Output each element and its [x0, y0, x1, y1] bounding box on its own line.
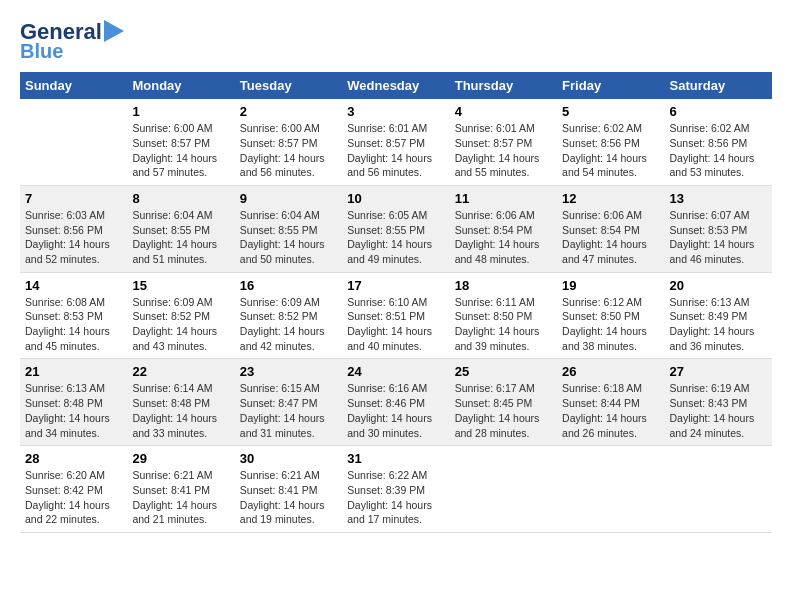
calendar-cell: [450, 446, 557, 533]
day-info: Sunrise: 6:04 AMSunset: 8:55 PMDaylight:…: [132, 208, 229, 267]
day-info: Sunrise: 6:05 AMSunset: 8:55 PMDaylight:…: [347, 208, 444, 267]
day-number: 20: [670, 278, 767, 293]
calendar-week-row: 1Sunrise: 6:00 AMSunset: 8:57 PMDaylight…: [20, 99, 772, 185]
weekday-header-tuesday: Tuesday: [235, 72, 342, 99]
day-info: Sunrise: 6:16 AMSunset: 8:46 PMDaylight:…: [347, 381, 444, 440]
day-number: 3: [347, 104, 444, 119]
day-number: 24: [347, 364, 444, 379]
day-info: Sunrise: 6:21 AMSunset: 8:41 PMDaylight:…: [132, 468, 229, 527]
day-info: Sunrise: 6:00 AMSunset: 8:57 PMDaylight:…: [132, 121, 229, 180]
calendar-cell: 11Sunrise: 6:06 AMSunset: 8:54 PMDayligh…: [450, 185, 557, 272]
calendar-cell: 26Sunrise: 6:18 AMSunset: 8:44 PMDayligh…: [557, 359, 664, 446]
day-number: 25: [455, 364, 552, 379]
calendar-cell: 7Sunrise: 6:03 AMSunset: 8:56 PMDaylight…: [20, 185, 127, 272]
day-info: Sunrise: 6:14 AMSunset: 8:48 PMDaylight:…: [132, 381, 229, 440]
day-number: 28: [25, 451, 122, 466]
day-info: Sunrise: 6:02 AMSunset: 8:56 PMDaylight:…: [562, 121, 659, 180]
day-number: 29: [132, 451, 229, 466]
calendar-cell: 2Sunrise: 6:00 AMSunset: 8:57 PMDaylight…: [235, 99, 342, 185]
day-number: 15: [132, 278, 229, 293]
calendar-week-row: 7Sunrise: 6:03 AMSunset: 8:56 PMDaylight…: [20, 185, 772, 272]
day-number: 19: [562, 278, 659, 293]
day-number: 1: [132, 104, 229, 119]
calendar-week-row: 21Sunrise: 6:13 AMSunset: 8:48 PMDayligh…: [20, 359, 772, 446]
calendar-cell: 17Sunrise: 6:10 AMSunset: 8:51 PMDayligh…: [342, 272, 449, 359]
page-header: General Blue: [20, 20, 772, 62]
weekday-header-thursday: Thursday: [450, 72, 557, 99]
day-info: Sunrise: 6:12 AMSunset: 8:50 PMDaylight:…: [562, 295, 659, 354]
calendar-cell: 12Sunrise: 6:06 AMSunset: 8:54 PMDayligh…: [557, 185, 664, 272]
day-number: 14: [25, 278, 122, 293]
calendar-cell: 24Sunrise: 6:16 AMSunset: 8:46 PMDayligh…: [342, 359, 449, 446]
day-info: Sunrise: 6:06 AMSunset: 8:54 PMDaylight:…: [455, 208, 552, 267]
calendar-cell: 15Sunrise: 6:09 AMSunset: 8:52 PMDayligh…: [127, 272, 234, 359]
calendar-cell: 13Sunrise: 6:07 AMSunset: 8:53 PMDayligh…: [665, 185, 772, 272]
day-number: 18: [455, 278, 552, 293]
calendar-cell: 1Sunrise: 6:00 AMSunset: 8:57 PMDaylight…: [127, 99, 234, 185]
day-number: 30: [240, 451, 337, 466]
day-number: 27: [670, 364, 767, 379]
day-number: 26: [562, 364, 659, 379]
day-number: 13: [670, 191, 767, 206]
weekday-header-saturday: Saturday: [665, 72, 772, 99]
calendar-cell: 10Sunrise: 6:05 AMSunset: 8:55 PMDayligh…: [342, 185, 449, 272]
day-number: 23: [240, 364, 337, 379]
day-info: Sunrise: 6:13 AMSunset: 8:48 PMDaylight:…: [25, 381, 122, 440]
calendar-cell: 4Sunrise: 6:01 AMSunset: 8:57 PMDaylight…: [450, 99, 557, 185]
day-info: Sunrise: 6:01 AMSunset: 8:57 PMDaylight:…: [455, 121, 552, 180]
calendar-cell: 29Sunrise: 6:21 AMSunset: 8:41 PMDayligh…: [127, 446, 234, 533]
calendar-cell: 27Sunrise: 6:19 AMSunset: 8:43 PMDayligh…: [665, 359, 772, 446]
day-info: Sunrise: 6:09 AMSunset: 8:52 PMDaylight:…: [132, 295, 229, 354]
day-info: Sunrise: 6:04 AMSunset: 8:55 PMDaylight:…: [240, 208, 337, 267]
day-number: 4: [455, 104, 552, 119]
logo-text-blue: Blue: [20, 40, 63, 62]
day-info: Sunrise: 6:20 AMSunset: 8:42 PMDaylight:…: [25, 468, 122, 527]
day-info: Sunrise: 6:02 AMSunset: 8:56 PMDaylight:…: [670, 121, 767, 180]
calendar-cell: 22Sunrise: 6:14 AMSunset: 8:48 PMDayligh…: [127, 359, 234, 446]
day-info: Sunrise: 6:18 AMSunset: 8:44 PMDaylight:…: [562, 381, 659, 440]
day-info: Sunrise: 6:07 AMSunset: 8:53 PMDaylight:…: [670, 208, 767, 267]
weekday-header-row: SundayMondayTuesdayWednesdayThursdayFrid…: [20, 72, 772, 99]
weekday-header-sunday: Sunday: [20, 72, 127, 99]
day-number: 21: [25, 364, 122, 379]
calendar-cell: 16Sunrise: 6:09 AMSunset: 8:52 PMDayligh…: [235, 272, 342, 359]
calendar-cell: 5Sunrise: 6:02 AMSunset: 8:56 PMDaylight…: [557, 99, 664, 185]
calendar-cell: 9Sunrise: 6:04 AMSunset: 8:55 PMDaylight…: [235, 185, 342, 272]
day-number: 2: [240, 104, 337, 119]
day-number: 5: [562, 104, 659, 119]
calendar-cell: [20, 99, 127, 185]
day-info: Sunrise: 6:17 AMSunset: 8:45 PMDaylight:…: [455, 381, 552, 440]
day-number: 22: [132, 364, 229, 379]
day-info: Sunrise: 6:19 AMSunset: 8:43 PMDaylight:…: [670, 381, 767, 440]
weekday-header-wednesday: Wednesday: [342, 72, 449, 99]
day-number: 31: [347, 451, 444, 466]
calendar-cell: 19Sunrise: 6:12 AMSunset: 8:50 PMDayligh…: [557, 272, 664, 359]
day-number: 9: [240, 191, 337, 206]
calendar-cell: 3Sunrise: 6:01 AMSunset: 8:57 PMDaylight…: [342, 99, 449, 185]
calendar-cell: [557, 446, 664, 533]
calendar-cell: 21Sunrise: 6:13 AMSunset: 8:48 PMDayligh…: [20, 359, 127, 446]
day-info: Sunrise: 6:21 AMSunset: 8:41 PMDaylight:…: [240, 468, 337, 527]
calendar-cell: 23Sunrise: 6:15 AMSunset: 8:47 PMDayligh…: [235, 359, 342, 446]
calendar-cell: 31Sunrise: 6:22 AMSunset: 8:39 PMDayligh…: [342, 446, 449, 533]
calendar-cell: 30Sunrise: 6:21 AMSunset: 8:41 PMDayligh…: [235, 446, 342, 533]
calendar-cell: 25Sunrise: 6:17 AMSunset: 8:45 PMDayligh…: [450, 359, 557, 446]
day-number: 12: [562, 191, 659, 206]
calendar-week-row: 14Sunrise: 6:08 AMSunset: 8:53 PMDayligh…: [20, 272, 772, 359]
calendar-cell: 6Sunrise: 6:02 AMSunset: 8:56 PMDaylight…: [665, 99, 772, 185]
day-info: Sunrise: 6:10 AMSunset: 8:51 PMDaylight:…: [347, 295, 444, 354]
day-info: Sunrise: 6:22 AMSunset: 8:39 PMDaylight:…: [347, 468, 444, 527]
calendar-cell: [665, 446, 772, 533]
day-info: Sunrise: 6:09 AMSunset: 8:52 PMDaylight:…: [240, 295, 337, 354]
calendar-cell: 20Sunrise: 6:13 AMSunset: 8:49 PMDayligh…: [665, 272, 772, 359]
day-info: Sunrise: 6:01 AMSunset: 8:57 PMDaylight:…: [347, 121, 444, 180]
calendar-cell: 14Sunrise: 6:08 AMSunset: 8:53 PMDayligh…: [20, 272, 127, 359]
calendar-cell: 28Sunrise: 6:20 AMSunset: 8:42 PMDayligh…: [20, 446, 127, 533]
day-info: Sunrise: 6:13 AMSunset: 8:49 PMDaylight:…: [670, 295, 767, 354]
day-info: Sunrise: 6:11 AMSunset: 8:50 PMDaylight:…: [455, 295, 552, 354]
logo: General Blue: [20, 20, 132, 62]
day-number: 6: [670, 104, 767, 119]
calendar-table: SundayMondayTuesdayWednesdayThursdayFrid…: [20, 72, 772, 533]
day-info: Sunrise: 6:03 AMSunset: 8:56 PMDaylight:…: [25, 208, 122, 267]
day-number: 7: [25, 191, 122, 206]
